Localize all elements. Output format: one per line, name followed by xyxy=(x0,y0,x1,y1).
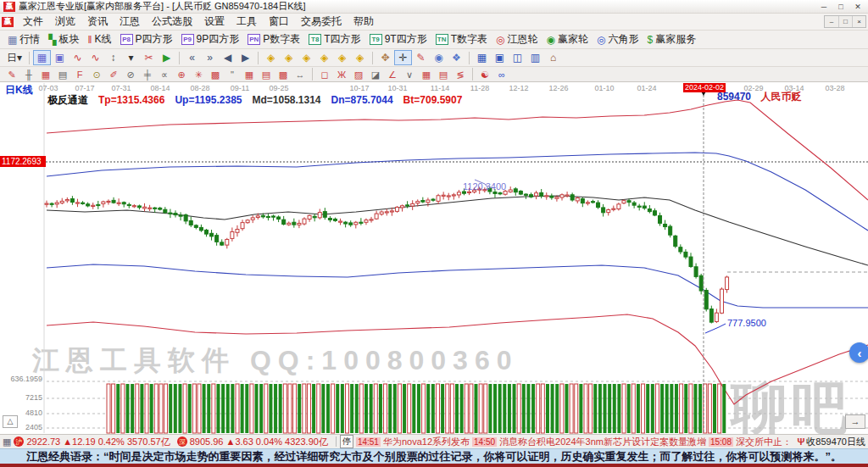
minimize-button[interactable]: ─ xyxy=(815,1,832,13)
pane-toggle-button[interactable]: △ xyxy=(3,415,18,428)
kline-chart-canvas[interactable] xyxy=(0,82,868,434)
grid3-icon[interactable]: ▤ xyxy=(435,68,452,81)
updown-icon[interactable]: ↕ xyxy=(104,50,122,65)
menu-item[interactable]: 江恩 xyxy=(114,13,146,31)
angle-icon[interactable]: ∠ xyxy=(384,68,401,81)
hand-icon[interactable]: ✥ xyxy=(376,50,394,65)
sidebar-expand-button[interactable]: ‹ xyxy=(849,342,868,363)
close-button[interactable]: ✕ xyxy=(849,1,866,13)
gann-diamond-3-icon[interactable]: ◈ xyxy=(298,50,315,65)
maximize-button[interactable]: □ xyxy=(832,1,849,13)
keyboard-grid-icon[interactable]: ▦ xyxy=(3,436,11,448)
compass-icon[interactable]: ⊕ xyxy=(173,68,190,81)
toolbar-button-gann-wheel[interactable]: ◎江恩轮 xyxy=(492,31,542,47)
pause-scroll-button[interactable]: 停 xyxy=(340,435,353,448)
square-tool-icon[interactable]: ◻ xyxy=(316,68,333,81)
grid2-icon[interactable]: ▦ xyxy=(418,68,435,81)
circle-tool-icon[interactable]: ⊙ xyxy=(88,68,105,81)
index-quote[interactable]: 2922.73 ▲12.19 0.42% 3570.57亿 xyxy=(26,436,170,448)
gann-diamond-2-icon[interactable]: ◈ xyxy=(280,50,298,65)
menu-item[interactable]: 帮助 xyxy=(348,13,380,31)
star-icon[interactable]: ✳ xyxy=(190,68,207,81)
menu-item[interactable]: 资讯 xyxy=(81,13,114,31)
news-headline[interactable]: 华为nova12系列发布 xyxy=(383,436,470,448)
slope-icon[interactable]: ≶ xyxy=(452,68,469,81)
gann-diamond-6-icon[interactable]: ◈ xyxy=(351,50,369,65)
gann-diamond-5-icon[interactable]: ◈ xyxy=(333,50,351,65)
brush-icon[interactable]: ✐ xyxy=(105,68,122,81)
menu-item[interactable]: 设置 xyxy=(198,13,231,31)
calculator-icon[interactable]: ▣ xyxy=(491,50,509,65)
toolbar-button-winner-service[interactable]: $赢家服务 xyxy=(643,31,700,47)
quote-mark-icon[interactable]: " xyxy=(224,68,241,81)
blocks-icon[interactable]: ❖ xyxy=(448,50,465,65)
calendar-icon[interactable]: ▦ xyxy=(473,50,491,65)
fan-lines-icon[interactable]: Ж xyxy=(333,68,350,81)
n2-icon[interactable]: ∝ xyxy=(156,68,173,81)
toolbar-button-sector-blocks[interactable]: ▚板块 xyxy=(44,31,83,47)
angle-grid-icon[interactable]: ▤ xyxy=(54,68,71,81)
time-grid-icon[interactable]: ▦ xyxy=(241,68,258,81)
yinyang-icon[interactable]: ☯ xyxy=(476,68,493,81)
toolbar-button-t-square[interactable]: T8T四方形 xyxy=(304,31,364,47)
mdi-minimize-button[interactable]: – xyxy=(825,16,838,27)
matrix-icon[interactable]: ▩ xyxy=(275,68,292,81)
period-selector[interactable]: 日▾ xyxy=(3,50,25,65)
half-box-icon[interactable]: ◪ xyxy=(367,68,384,81)
toolbar-button-t-number[interactable]: TNT数字表 xyxy=(431,31,492,47)
next-icon[interactable]: ▶ xyxy=(236,50,254,65)
gann-grid-icon[interactable]: ▦ xyxy=(37,68,54,81)
menu-item[interactable]: 公式选股 xyxy=(146,13,198,31)
menu-item[interactable]: 文件 xyxy=(17,13,49,31)
mdi-restore-button[interactable]: □ xyxy=(838,16,852,27)
play-icon[interactable]: ▶ xyxy=(158,50,175,65)
first-page-icon[interactable]: « xyxy=(183,50,201,65)
toolbar-button-p-square[interactable]: P8P四方形 xyxy=(116,31,177,47)
trend-up-icon[interactable]: ∿ xyxy=(69,50,86,65)
toolbar-button-quote-grid[interactable]: ▦行情 xyxy=(3,31,44,47)
check-icon[interactable]: ∨ xyxy=(401,68,418,81)
index-quote[interactable]: 8905.96 ▲3.63 0.04% 4323.90亿 xyxy=(190,436,328,448)
news-headline[interactable]: 深交所中止： xyxy=(736,436,792,448)
ring-icon[interactable]: ⊘ xyxy=(122,68,139,81)
mdi-close-button[interactable]: × xyxy=(852,16,865,27)
crosshair-icon[interactable]: ✛ xyxy=(394,50,412,65)
toolbar-button-p-number[interactable]: PNP数字表 xyxy=(243,31,304,47)
menu-item[interactable]: 浏览 xyxy=(49,13,81,31)
fibonacci-icon[interactable]: F xyxy=(71,68,88,81)
box-grid-icon[interactable]: ▩ xyxy=(207,68,224,81)
toolbar-button-winner-wheel[interactable]: ◉赢家轮 xyxy=(542,31,592,47)
trend-down-icon[interactable]: ∿ xyxy=(86,50,104,65)
menu-item[interactable]: 窗口 xyxy=(263,13,295,31)
export-icon[interactable]: ⌂ xyxy=(544,50,562,65)
pencil-icon[interactable]: ✎ xyxy=(3,68,20,81)
infinity-icon[interactable]: ∞ xyxy=(493,68,510,81)
toolbar-button-9t-square[interactable]: T99T四方形 xyxy=(365,31,431,47)
news-headline[interactable]: 消息称台积电2024年3nm新芯片设计定案数量激增 xyxy=(499,436,706,448)
gann-diamond-1-icon[interactable]: ◈ xyxy=(262,50,280,65)
target-icon[interactable]: ◉ xyxy=(430,50,448,65)
toolbar-button-9p-square[interactable]: P99P四方形 xyxy=(177,31,244,47)
chart-area[interactable]: 江恩工具软件 QQ:100800360 聊吧 日K线 07-0307-1707-… xyxy=(0,82,868,434)
cut-icon[interactable]: ✂ xyxy=(140,50,158,65)
notebook-icon[interactable]: ◫ xyxy=(509,50,526,65)
dropdown-icon[interactable]: ▾ xyxy=(122,50,140,65)
menu-item[interactable]: 工具 xyxy=(231,13,263,31)
hatch-icon[interactable]: ╫ xyxy=(20,68,37,81)
pane-period-label[interactable]: 日K线 xyxy=(5,85,33,95)
menu-item[interactable]: 交易委托 xyxy=(295,13,348,31)
scroll-right-button[interactable]: → xyxy=(845,414,865,429)
draw-icon[interactable]: ✎ xyxy=(412,50,430,65)
price-grid-icon[interactable]: ▤ xyxy=(258,68,275,81)
save-icon[interactable]: ▥ xyxy=(526,50,544,65)
gann-diamond-4-icon[interactable]: ◈ xyxy=(315,50,333,65)
shade-box-icon[interactable]: ▨ xyxy=(350,68,367,81)
toolbar-button-kline-candles[interactable]: ‖K线 xyxy=(84,31,116,47)
last-page-icon[interactable]: » xyxy=(201,50,219,65)
width-icon[interactable]: ↔ xyxy=(292,68,309,81)
layout-grid-icon[interactable]: ▦ xyxy=(33,50,51,65)
ruler-icon[interactable]: ╪ xyxy=(139,68,156,81)
layout-single-icon[interactable]: ▣ xyxy=(51,50,69,65)
prev-icon[interactable]: ◀ xyxy=(219,50,236,65)
toolbar-button-hexagon[interactable]: ◎六角形 xyxy=(593,31,643,47)
